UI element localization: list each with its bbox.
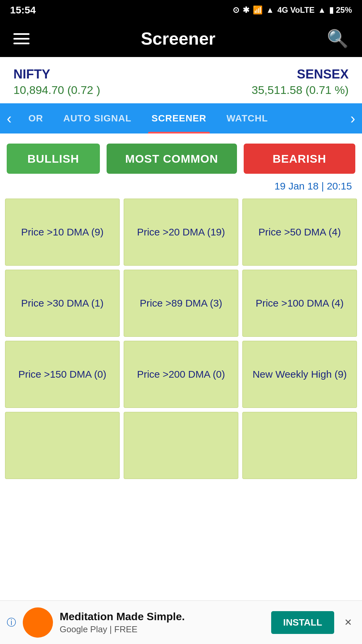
tab-next-button[interactable]: › [344,110,362,127]
grid-cell-6[interactable]: Price >100 DMA (4) [242,270,357,337]
sensex-item[interactable]: SENSEX 35,511.58 (0.71 %) [252,67,349,97]
grid-cell-4[interactable]: Price >30 DMA (1) [5,270,120,337]
status-icons: ⊙ ✱ 📶 ▲ 4G VoLTE ▲ ▮ 25% [233,5,352,15]
wifi-icon: 📶 [253,5,263,15]
tab-auto-signal[interactable]: AUTO SIGNAL [53,103,141,133]
bearish-button[interactable]: BEARISH [244,144,355,174]
search-icon[interactable]: 🔍 [327,29,349,49]
nifty-item[interactable]: NIFTY 10,894.70 (0.72 ) [13,67,100,97]
ad-install-button[interactable]: INSTALL [271,611,334,634]
volte-label: 4G VoLTE [277,5,314,15]
nifty-label: NIFTY [13,67,100,82]
ad-title: Meditation Made Simple. [60,610,264,623]
grid-cell-3[interactable]: Price >50 DMA (4) [242,199,357,266]
tab-watchlist[interactable]: WATCHL [217,103,278,133]
grid-cell-8[interactable]: Price >200 DMA (0) [124,341,238,408]
grid-cell-label-3: Price >50 DMA (4) [258,225,341,239]
page-title: Screener [141,29,216,49]
grid-cell-11[interactable] [124,412,238,479]
grid-cell-label-4: Price >30 DMA (1) [21,296,104,310]
sensex-label: SENSEX [252,67,349,82]
battery-icon: ▮ 25% [329,5,352,15]
status-dot-icon: ⊙ [233,5,239,15]
grid-cell-label-9: New Weekly High (9) [252,367,347,381]
grid-cell-label-6: Price >100 DMA (4) [256,296,344,310]
grid-cell-10[interactable] [5,412,120,479]
ad-banner: ⓘ Meditation Made Simple. Google Play | … [0,600,362,644]
most-common-button[interactable]: MOST COMMON [107,144,237,174]
sensex-value: 35,511.58 (0.71 %) [252,84,349,97]
grid-cell-12[interactable] [242,412,357,479]
bluetooth-icon: ✱ [243,5,249,15]
status-bar: 15:54 ⊙ ✱ 📶 ▲ 4G VoLTE ▲ ▮ 25% [0,0,362,20]
ad-info-icon[interactable]: ⓘ [7,616,16,629]
grid-cell-2[interactable]: Price >20 DMA (19) [124,199,238,266]
tab-screener[interactable]: SCREENER [141,103,217,133]
ad-logo-icon [23,607,53,638]
grid-cell-5[interactable]: Price >89 DMA (3) [124,270,238,337]
grid-cell-7[interactable]: Price >150 DMA (0) [5,341,120,408]
market-bar: NIFTY 10,894.70 (0.72 ) SENSEX 35,511.58… [0,57,362,103]
grid-cell-label-7: Price >150 DMA (0) [18,367,107,381]
tab-or[interactable]: OR [18,103,53,133]
grid-cell-label-1: Price >10 DMA (9) [21,225,104,239]
status-time: 15:54 [10,4,36,16]
signal2-icon: ▲ [318,5,326,15]
screener-grid: Price >10 DMA (9)Price >20 DMA (19)Price… [0,195,362,482]
grid-cell-1[interactable]: Price >10 DMA (9) [5,199,120,266]
bullish-button[interactable]: BULLISH [7,144,100,174]
tab-list: OR AUTO SIGNAL SCREENER WATCHL [18,103,344,133]
tab-navigation: ‹ OR AUTO SIGNAL SCREENER WATCHL › [0,103,362,133]
app-header: Screener 🔍 [0,20,362,57]
grid-cell-label-8: Price >200 DMA (0) [137,367,225,381]
grid-cell-9[interactable]: New Weekly High (9) [242,341,357,408]
ad-close-button[interactable]: ✕ [341,613,355,631]
timestamp: 19 Jan 18 | 20:15 [0,177,362,195]
ad-text: Meditation Made Simple. Google Play | FR… [60,610,264,635]
ad-subtitle: Google Play | FREE [60,624,264,635]
grid-cell-label-5: Price >89 DMA (3) [140,296,222,310]
signal-icon: ▲ [266,5,274,15]
grid-cell-label-2: Price >20 DMA (19) [137,225,225,239]
filter-buttons: BULLISH MOST COMMON BEARISH [0,133,362,177]
menu-button[interactable] [13,33,29,44]
nifty-value: 10,894.70 (0.72 ) [13,84,100,97]
tab-prev-button[interactable]: ‹ [0,110,18,127]
